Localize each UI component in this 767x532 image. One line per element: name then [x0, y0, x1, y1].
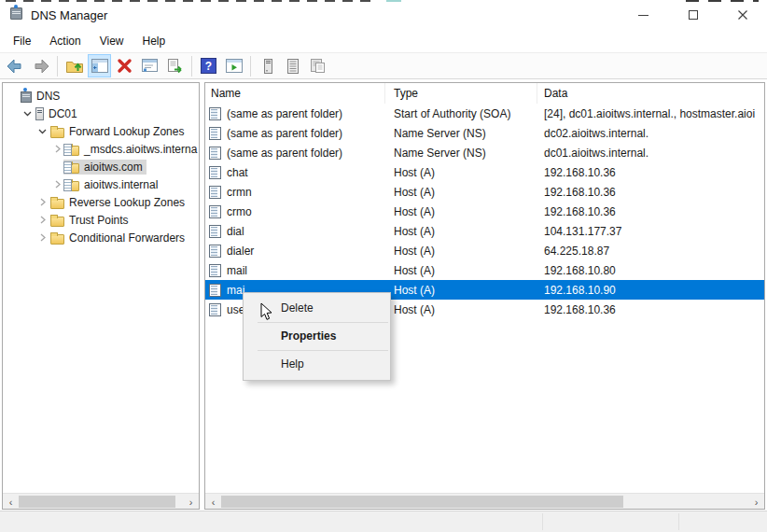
tree-node[interactable]: Forward Lookup Zones — [49, 124, 188, 139]
delete-button[interactable] — [113, 54, 136, 77]
toolbar: ? — [0, 52, 767, 79]
scroll-right-arrow-icon[interactable]: › — [748, 494, 764, 510]
tree-node[interactable]: DC01 — [34, 106, 81, 121]
record-name-cell: mail — [205, 260, 385, 280]
tree-node[interactable]: Trust Points — [49, 213, 132, 228]
tree-item-dc01[interactable]: DC01 — [3, 105, 199, 122]
new-record-button[interactable] — [306, 54, 329, 77]
menu-view[interactable]: View — [91, 32, 133, 50]
up-level-button[interactable] — [63, 54, 86, 77]
tree-item-msdcs-aioitws-interna[interactable]: _msdcs.aioitws.interna — [3, 140, 199, 158]
help-button[interactable]: ? — [197, 54, 220, 77]
record-row[interactable]: (same as parent folder)Name Server (NS)d… — [205, 123, 764, 143]
record-type: Start of Authority (SOA) — [385, 104, 537, 123]
tree-item-trust-points[interactable]: Trust Points — [3, 211, 199, 229]
export-list-button[interactable] — [163, 54, 187, 77]
record-name: mail — [227, 264, 247, 277]
tree-node[interactable]: aioitws.internal — [63, 177, 161, 192]
record-row[interactable]: chatHost (A)192.168.10.36 — [205, 162, 764, 182]
server-icon — [260, 59, 275, 74]
menu-action[interactable]: Action — [40, 32, 90, 50]
scroll-left-arrow-icon[interactable]: ‹ — [205, 494, 221, 510]
close-icon — [737, 9, 748, 21]
record-name-cell: chat — [205, 162, 385, 182]
tree-node[interactable]: _msdcs.aioitws.interna — [63, 142, 200, 157]
record-name-cell: (same as parent folder) — [205, 143, 385, 162]
tree-item-label: DNS — [36, 90, 60, 103]
scrollbar-thumb[interactable] — [221, 496, 623, 508]
record-type: Name Server (NS) — [385, 123, 537, 143]
record-type: Host (A) — [385, 280, 537, 300]
record-row[interactable]: (same as parent folder)Start of Authorit… — [205, 104, 764, 123]
properties-button[interactable] — [138, 54, 161, 77]
list-column-headers: NameTypeData — [205, 83, 764, 104]
toolbar-separator — [250, 56, 251, 77]
chevron-right-icon[interactable] — [51, 178, 63, 190]
chevron-down-icon[interactable] — [21, 107, 34, 119]
tree-item-aioitws-com[interactable]: aioitws.com — [3, 158, 199, 175]
delete-icon — [117, 58, 132, 74]
menu-file[interactable]: File — [4, 32, 40, 50]
record-name-cell: dialer — [205, 241, 385, 260]
close-button[interactable] — [718, 2, 767, 28]
record-name: (same as parent folder) — [227, 147, 342, 160]
status-bar-divider — [678, 513, 679, 530]
record-row[interactable]: crmoHost (A)192.168.10.36 — [205, 202, 764, 221]
tree-node[interactable]: DNS — [19, 89, 63, 104]
help-icon: ? — [201, 58, 216, 74]
column-header-data[interactable]: Data — [537, 83, 764, 104]
record-name: crmo — [227, 205, 252, 218]
column-header-name[interactable]: Name — [205, 83, 385, 104]
zone-list-button[interactable] — [281, 54, 304, 77]
back-button[interactable] — [4, 54, 27, 77]
dns-record-icon — [209, 186, 221, 199]
column-header-type[interactable]: Type — [385, 83, 537, 104]
minimize-button[interactable] — [619, 2, 668, 28]
tree-node[interactable]: aioitws.com — [63, 160, 146, 175]
record-row[interactable]: dialHost (A)104.131.177.37 — [205, 221, 764, 241]
dns-manager-app-icon — [10, 7, 22, 20]
tree-node[interactable]: Reverse Lookup Zones — [49, 195, 188, 210]
tree-item-conditional-forwarders[interactable]: Conditional Forwarders — [3, 229, 199, 246]
record-name: chat — [227, 166, 248, 179]
chevron-right-icon[interactable] — [51, 143, 63, 155]
record-row[interactable]: dialerHost (A)64.225.18.87 — [205, 241, 764, 260]
export-list-icon — [167, 59, 184, 74]
tree-item-label: _msdcs.aioitws.interna — [84, 143, 197, 156]
tree-item-forward-lookup-zones[interactable]: Forward Lookup Zones — [3, 122, 199, 140]
expander-spacer — [51, 161, 63, 173]
show-console-tree-button[interactable] — [88, 54, 111, 77]
dns-icon — [21, 91, 32, 103]
context-menu-item-properties[interactable]: Properties — [244, 323, 390, 350]
forward-icon — [32, 59, 49, 74]
list-horizontal-scrollbar[interactable]: ‹ › — [205, 493, 764, 509]
record-data: 192.168.10.36 — [537, 202, 764, 221]
scroll-left-arrow-icon[interactable]: ‹ — [3, 494, 19, 510]
tree-item-reverse-lookup-zones[interactable]: Reverse Lookup Zones — [3, 193, 199, 211]
record-row[interactable]: crmnHost (A)192.168.10.36 — [205, 182, 764, 202]
scroll-right-arrow-icon[interactable]: › — [183, 494, 199, 510]
tree-item-dns[interactable]: DNS — [3, 87, 199, 105]
chevron-down-icon[interactable] — [36, 125, 49, 137]
chevron-right-icon[interactable] — [36, 196, 49, 208]
record-row[interactable]: (same as parent folder)Name Server (NS)d… — [205, 143, 764, 162]
scrollbar-thumb[interactable] — [19, 496, 175, 508]
folder-icon — [50, 234, 64, 245]
record-type: Host (A) — [385, 221, 537, 241]
tree-node[interactable]: Conditional Forwarders — [49, 231, 188, 245]
chevron-right-icon[interactable] — [36, 231, 49, 244]
record-name-cell: dial — [205, 221, 385, 241]
new-window-button[interactable] — [222, 54, 245, 77]
dns-record-icon — [209, 205, 221, 218]
menu-help[interactable]: Help — [133, 32, 175, 50]
chevron-right-icon[interactable] — [36, 214, 49, 226]
record-row[interactable]: mailHost (A)192.168.10.80 — [205, 260, 764, 280]
server-button[interactable] — [256, 54, 279, 77]
maximize-button[interactable] — [668, 2, 718, 28]
tree-horizontal-scrollbar[interactable]: ‹ › — [3, 493, 199, 509]
forward-button[interactable] — [29, 54, 52, 77]
status-bar-divider — [542, 513, 543, 530]
tree-item-aioitws-internal[interactable]: aioitws.internal — [3, 175, 199, 193]
context-menu-item-help[interactable]: Help — [244, 351, 390, 378]
record-name-cell: (same as parent folder) — [205, 104, 385, 123]
